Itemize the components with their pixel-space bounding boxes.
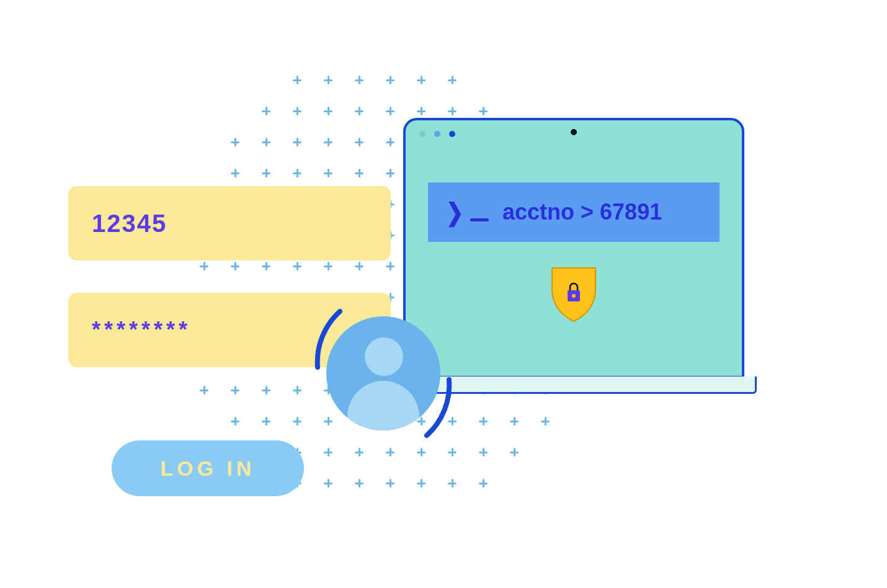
- window-dot: [449, 131, 455, 137]
- terminal-bar: ❯ acctno > 67891: [428, 182, 720, 242]
- svg-point-1: [572, 294, 576, 298]
- password-mask: ********: [92, 317, 191, 343]
- avatar-circle: [326, 316, 440, 430]
- shield-lock-icon: [548, 265, 599, 323]
- window-controls: [406, 120, 742, 148]
- prompt-icon: ❯: [444, 198, 489, 226]
- security-login-illustration: ❯ acctno > 67891 12345 **: [0, 0, 887, 588]
- terminal-text: acctno > 67891: [502, 199, 662, 225]
- user-avatar: [309, 299, 458, 448]
- person-icon: [365, 337, 403, 376]
- login-button-label: LOG IN: [160, 457, 255, 481]
- window-dot: [434, 131, 440, 137]
- username-value: 12345: [92, 210, 167, 238]
- login-button[interactable]: LOG IN: [112, 440, 304, 496]
- username-field[interactable]: 12345: [68, 186, 391, 261]
- window-dot: [419, 131, 426, 137]
